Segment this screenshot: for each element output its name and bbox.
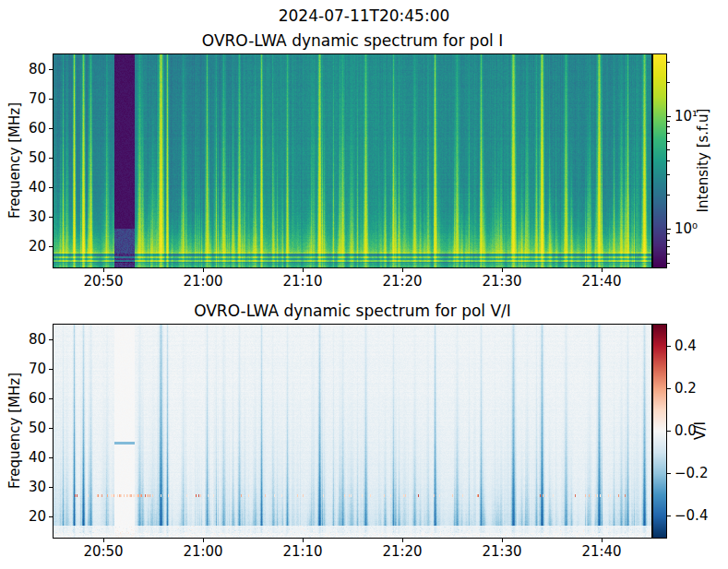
x-tick-label: 20:50 [83, 543, 123, 560]
y-tick [49, 516, 53, 517]
colorbar-minor-tick [667, 263, 670, 264]
y-tick [49, 99, 53, 100]
pol-vi-axes [53, 324, 652, 539]
x-tick-label: 21:20 [382, 543, 422, 560]
colorbar-minor-tick [667, 233, 670, 234]
x-tick-label: 21:20 [382, 273, 422, 290]
y-tick [49, 217, 53, 218]
colorbar-tick [667, 388, 671, 389]
colorbar-minor-tick [667, 160, 670, 161]
colorbar-tick-label: 0.4 [674, 338, 697, 354]
y-tick-label: 70 [24, 90, 46, 107]
x-tick [303, 539, 304, 542]
y-tick [49, 487, 53, 488]
x-tick [502, 539, 503, 542]
pol-i-y-axis-label: Frequency [MHz] [6, 102, 23, 219]
colorbar-minor-tick [667, 246, 670, 247]
colorbar-minor-tick [667, 254, 670, 255]
x-tick-label: 21:00 [183, 543, 222, 560]
x-tick-label: 21:30 [482, 273, 521, 290]
y-tick-label: 70 [24, 361, 46, 377]
x-tick [103, 539, 104, 542]
x-tick [602, 268, 603, 272]
colorbar-tick [667, 516, 671, 516]
colorbar-minor-tick [667, 82, 670, 83]
x-tick-label: 21:00 [183, 273, 222, 290]
pol-vi-spectrogram-canvas [54, 325, 651, 538]
y-tick [49, 246, 53, 247]
y-tick [49, 398, 53, 399]
y-tick-label: 80 [24, 61, 46, 77]
pol-i-colorbar [652, 53, 667, 268]
y-tick-label: 50 [24, 420, 46, 436]
x-tick [203, 268, 204, 272]
x-tick [203, 539, 204, 542]
y-tick [49, 339, 53, 340]
y-tick-label: 30 [24, 208, 46, 225]
pol-i-colorbar-label: Intensity [s.f.u] [695, 109, 711, 213]
pol-vi-colorbar-canvas [653, 325, 666, 538]
colorbar-minor-tick [667, 195, 670, 196]
colorbar-tick [667, 116, 671, 117]
colorbar-minor-tick [667, 133, 670, 134]
x-tick [502, 268, 503, 272]
y-tick [49, 428, 53, 429]
pol-i-colorbar-canvas [653, 54, 666, 267]
y-tick [49, 187, 53, 188]
x-tick-label: 21:40 [581, 273, 621, 290]
x-tick [402, 539, 403, 542]
figure-suptitle: 2024-07-11T20:45:00 [0, 6, 728, 25]
pol-vi-axes-title: OVRO-LWA dynamic spectrum for pol V/I [53, 302, 652, 320]
y-tick [49, 158, 53, 159]
x-tick [103, 268, 104, 272]
pol-i-axes [53, 53, 652, 268]
x-tick [402, 268, 403, 272]
x-tick-label: 21:10 [282, 273, 322, 290]
pol-vi-y-axis-label: Frequency [MHz] [6, 373, 23, 489]
x-tick [303, 268, 304, 272]
y-tick-label: 40 [24, 449, 46, 466]
colorbar-tick-label: 0.2 [674, 380, 697, 397]
colorbar-minor-tick [667, 141, 670, 142]
y-tick-label: 30 [24, 479, 46, 495]
y-tick [49, 128, 53, 129]
dynamic-spectrum-figure: 2024-07-11T20:45:00 OVRO-LWA dynamic spe… [0, 0, 728, 569]
x-tick [602, 539, 603, 542]
x-tick-label: 20:50 [83, 273, 123, 290]
x-tick-label: 21:10 [282, 543, 322, 560]
pol-i-axes-title: OVRO-LWA dynamic spectrum for pol I [53, 31, 652, 50]
colorbar-tick-label: 10¹ [674, 108, 698, 124]
y-tick-label: 80 [24, 331, 46, 348]
colorbar-tick [667, 346, 671, 347]
y-tick-label: 20 [24, 508, 46, 525]
colorbar-minor-tick [667, 121, 670, 122]
y-tick-label: 20 [24, 238, 46, 255]
y-tick-label: 60 [24, 120, 46, 136]
colorbar-tick [667, 229, 671, 230]
colorbar-minor-tick [667, 126, 670, 127]
colorbar-minor-tick [667, 62, 670, 63]
y-tick [49, 369, 53, 370]
y-tick-label: 40 [24, 179, 46, 196]
x-tick-label: 21:40 [581, 543, 621, 560]
colorbar-minor-tick [667, 240, 670, 241]
y-tick-label: 50 [24, 149, 46, 166]
y-tick-label: 60 [24, 390, 46, 407]
pol-vi-colorbar [652, 324, 667, 539]
colorbar-minor-tick [667, 149, 670, 150]
colorbar-tick [667, 431, 671, 432]
pol-i-spectrogram-canvas [54, 54, 651, 267]
y-tick [49, 69, 53, 70]
colorbar-tick-label: 10⁰ [674, 220, 698, 237]
colorbar-tick-label: 0.0 [674, 422, 697, 439]
colorbar-tick [667, 473, 671, 474]
colorbar-tick-label: −0.4 [674, 507, 708, 524]
colorbar-tick-label: −0.2 [674, 465, 708, 481]
x-tick-label: 21:30 [482, 543, 521, 560]
y-tick [49, 457, 53, 458]
colorbar-minor-tick [667, 174, 670, 175]
